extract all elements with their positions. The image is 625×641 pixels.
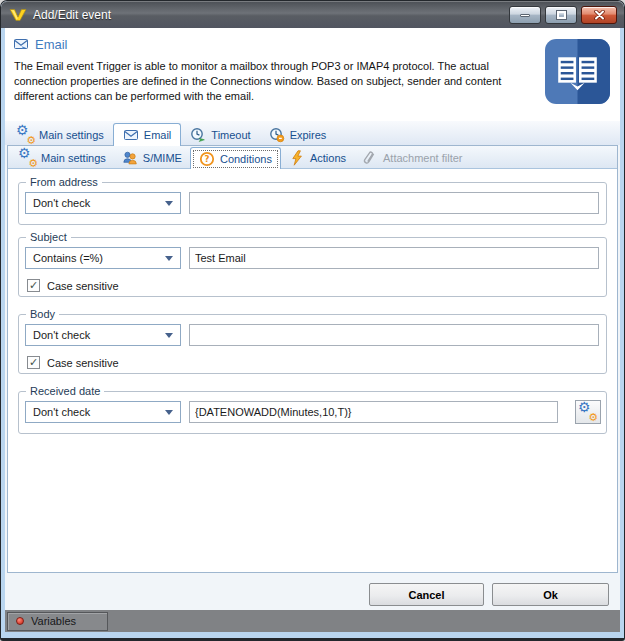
close-button[interactable] [581, 6, 617, 24]
subject-check-combo[interactable]: Contains (=%) [25, 247, 181, 269]
tab-expires[interactable]: Expires [260, 124, 336, 145]
ok-button[interactable]: Ok [492, 583, 609, 606]
timeout-clock-icon [190, 127, 206, 143]
variables-button[interactable]: Variables [7, 612, 108, 631]
maximize-icon [557, 11, 566, 19]
body-check-combo[interactable]: Don't check [25, 324, 181, 346]
people-icon [122, 150, 138, 166]
combo-value: Don't check [33, 329, 90, 341]
subject-case-sensitive-checkbox[interactable]: ✓ [27, 279, 40, 292]
subtab-label: S/MIME [143, 152, 182, 164]
subject-input[interactable] [189, 247, 599, 269]
chevron-down-icon [165, 201, 173, 206]
group-label: Body [26, 308, 59, 320]
group-subject: Subject Contains (=%) ✓ Case sensitive [18, 237, 607, 297]
subtab-main-settings[interactable]: ⚙⚙ Main settings [12, 148, 114, 168]
checkbox-label: Case sensitive [47, 357, 119, 369]
header-description: The Email event Trigger is able to monit… [14, 59, 534, 104]
tab-label: Timeout [211, 129, 250, 141]
group-label: Received date [26, 385, 104, 397]
subtab-smime[interactable]: S/MIME [114, 148, 190, 168]
check-icon: ✓ [29, 356, 38, 369]
close-icon [594, 10, 605, 20]
book-icon [545, 39, 610, 104]
combo-value: Don't check [33, 197, 90, 209]
tab-label: Main settings [39, 129, 104, 141]
chevron-down-icon [165, 410, 173, 415]
red-dot-icon [16, 617, 24, 625]
subtab-conditions[interactable]: ? Conditions [190, 147, 281, 169]
received-date-input[interactable] [189, 401, 558, 423]
chevron-down-icon [165, 333, 173, 338]
dialog-client-area: Email The Email event Trigger is able to… [5, 28, 620, 632]
subtab-label: Actions [310, 152, 346, 164]
group-label: From address [26, 176, 102, 188]
group-label: Subject [26, 231, 71, 243]
sub-tab-strip: ⚙⚙ Main settings S/MIME [8, 146, 617, 169]
gears-icon: ⚙⚙ [18, 127, 34, 143]
expires-clock-icon [269, 127, 285, 143]
subtab-label: Conditions [220, 153, 272, 165]
email-icon [123, 127, 139, 143]
cancel-button[interactable]: Cancel [369, 583, 484, 606]
main-tab-strip: ⚙⚙ Main settings Email [5, 121, 620, 145]
gears-icon: ⚙⚙ [20, 150, 36, 166]
gears-icon: ⚙⚙ [580, 404, 596, 420]
tab-main-settings[interactable]: ⚙⚙ Main settings [9, 124, 113, 145]
tab-label: Expires [290, 129, 327, 141]
variables-picker-button[interactable]: ⚙⚙ [575, 400, 601, 424]
window-controls [509, 6, 617, 24]
from-address-check-combo[interactable]: Don't check [25, 192, 181, 214]
lightning-icon [289, 150, 305, 166]
paperclip-icon [362, 150, 378, 166]
body-input[interactable] [189, 324, 599, 346]
group-received-date: Received date Don't check ⚙⚙ [18, 391, 607, 434]
variables-label: Variables [31, 615, 76, 627]
subtab-attachment-filter[interactable]: Attachment filter [354, 148, 470, 168]
tab-email[interactable]: Email [113, 123, 182, 146]
window-title: Add/Edit event [33, 8, 111, 22]
titlebar[interactable]: Add/Edit event [1, 1, 624, 28]
checkbox-label: Case sensitive [47, 280, 119, 292]
statusbar: Variables [5, 610, 620, 632]
group-body: Body Don't check ✓ Case sensitive [18, 314, 607, 374]
check-icon: ✓ [29, 279, 38, 292]
email-icon [13, 36, 29, 52]
add-edit-event-dialog: Add/Edit event [0, 0, 625, 641]
subtab-actions[interactable]: Actions [281, 148, 354, 168]
maximize-button[interactable] [545, 6, 577, 24]
combo-value: Don't check [33, 406, 90, 418]
header: Email The Email event Trigger is able to… [5, 28, 620, 121]
tab-timeout[interactable]: Timeout [181, 124, 259, 145]
conditions-panel: ⚙⚙ Main settings S/MIME [7, 145, 618, 573]
combo-value: Contains (=%) [33, 252, 103, 264]
received-date-check-combo[interactable]: Don't check [25, 401, 181, 423]
svg-text:?: ? [204, 154, 209, 164]
subtab-label: Main settings [41, 152, 106, 164]
from-address-input[interactable] [189, 192, 599, 214]
group-from-address: From address Don't check [18, 182, 607, 225]
visualcron-logo-icon [9, 8, 27, 22]
chevron-down-icon [165, 256, 173, 261]
question-icon: ? [199, 151, 215, 167]
minimize-button[interactable] [509, 6, 541, 24]
body-case-sensitive-checkbox[interactable]: ✓ [27, 356, 40, 369]
tab-label: Email [144, 129, 172, 141]
header-title: Email [35, 37, 68, 52]
subtab-label: Attachment filter [383, 152, 462, 164]
minimize-icon [520, 14, 530, 17]
